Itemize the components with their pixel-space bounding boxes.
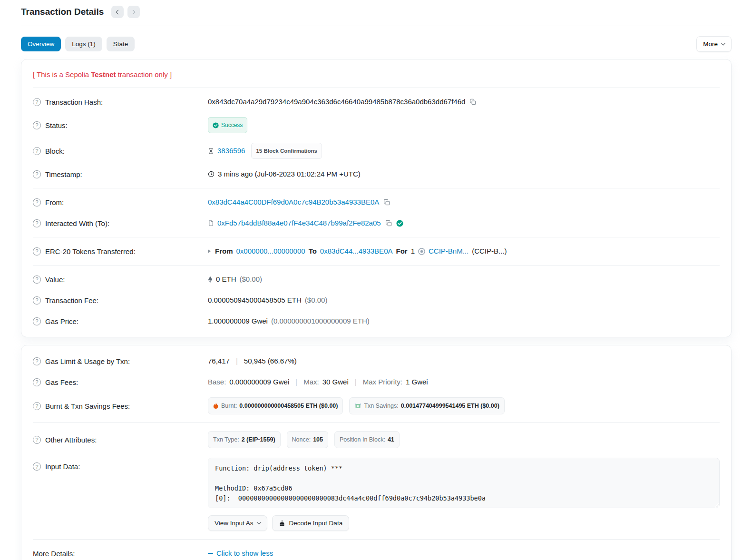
value-usd: ($0.00) [240, 274, 263, 285]
copy-icon[interactable] [382, 199, 391, 206]
burnt-chip-label: Burnt: [221, 400, 237, 412]
help-icon[interactable] [33, 275, 41, 284]
gas-price-value: 1.000000009 Gwei (0.000000001000000009 E… [208, 315, 720, 327]
more-details-value: Click to show less [208, 548, 720, 559]
check-circle-icon [213, 122, 219, 128]
decode-input-data-button[interactable]: Decode Input Data [272, 515, 350, 531]
group-erc20: ERC-20 Tokens Transferred: From 0x000000… [33, 237, 720, 265]
help-icon[interactable] [33, 98, 41, 106]
label-text: Transaction Fee: [45, 296, 98, 305]
help-icon[interactable] [33, 219, 41, 227]
more-dropdown-button[interactable]: More [696, 36, 732, 52]
label-text: Other Attributes: [45, 436, 97, 444]
from-label: From: [33, 198, 208, 206]
row-erc20-transfers: ERC-20 Tokens Transferred: From 0x000000… [33, 241, 720, 262]
notice-bold: Testnet [91, 70, 116, 79]
from-address-link[interactable]: 0x83dC44a4C00DFf69d0A0c7c94B20b53a4933BE… [208, 196, 379, 208]
help-icon[interactable] [33, 247, 41, 255]
transaction-hash-value: 0x843dc70a4a29d79234c49a904c363d6c46640a… [208, 96, 720, 108]
row-interacted-with: Interacted With (To): 0xFd57b4ddBf88a4e0… [33, 213, 720, 234]
block-number-link[interactable]: 3836596 [217, 145, 245, 157]
other-attributes-label: Other Attributes: [33, 436, 208, 444]
input-data-textarea[interactable]: Function: drip(address token) *** Method… [208, 458, 720, 508]
block-confirmations-badge: 15 Block Confirmations [251, 143, 322, 159]
caret-right-icon [208, 249, 211, 253]
group-gas: Gas Limit & Usage by Txn: 76,417 | 50,94… [33, 347, 720, 423]
help-icon[interactable] [33, 121, 41, 129]
row-transaction-hash: Transaction Hash: 0x843dc70a4a29d79234c4… [33, 91, 720, 112]
chevron-down-icon [721, 41, 726, 46]
show-less-link[interactable]: Click to show less [208, 548, 273, 559]
show-less-text: Click to show less [216, 548, 273, 559]
help-icon[interactable] [33, 436, 41, 444]
help-icon[interactable] [33, 462, 41, 471]
verified-check-icon [396, 220, 403, 227]
decode-icon [279, 520, 285, 527]
max-fee: 30 Gwei [322, 376, 349, 388]
help-icon[interactable] [33, 296, 41, 305]
label-text: Gas Price: [45, 317, 78, 325]
input-data-label: Input Data: [33, 458, 208, 471]
max-priority-fee: 1 Gwei [406, 376, 428, 388]
contract-address-link[interactable]: 0xFd57b4ddBf88a4e07fF4e34C487b99af2Fe82a… [217, 217, 381, 229]
help-icon[interactable] [33, 378, 41, 386]
gas-limit-label: Gas Limit & Usage by Txn: [33, 357, 208, 365]
transaction-fee-value: 0.000050945000458505 ETH ($0.00) [208, 295, 720, 306]
help-icon[interactable] [33, 357, 41, 365]
fire-icon [213, 403, 219, 409]
separator: | [293, 376, 300, 388]
transaction-details-page: Transaction Details Overview Logs (1) St… [0, 0, 742, 560]
label-text: More Details: [33, 550, 75, 558]
tab-logs[interactable]: Logs (1) [65, 37, 102, 51]
copy-icon[interactable] [469, 98, 477, 105]
base-fee-label: Base: [208, 376, 226, 388]
testnet-notice: [ This is a Sepolia Testnet transaction … [33, 61, 720, 88]
timestamp-value: 3 mins ago (Jul-06-2023 01:02:24 PM +UTC… [208, 168, 720, 180]
status-text: Success [221, 119, 243, 131]
group-addresses: From: 0x83dC44a4C00DFf69d0A0c7c94B20b53a… [33, 188, 720, 237]
token-name-link[interactable]: CCIP-BnM... [429, 246, 469, 257]
money-wings-icon [354, 403, 361, 409]
other-attributes-value: Txn Type: 2 (EIP-1559) Nonce: 105 Positi… [208, 431, 720, 448]
chevron-right-icon [131, 10, 136, 14]
tab-overview[interactable]: Overview [21, 37, 61, 51]
row-burnt-savings: Burnt & Txn Savings Fees: Burnt: 0.00000… [33, 393, 720, 419]
help-icon[interactable] [33, 147, 41, 155]
position-label: Position In Block: [340, 434, 385, 445]
view-input-as-label: View Input As [215, 520, 254, 527]
copy-icon[interactable] [384, 220, 393, 226]
status-value: Success [208, 117, 720, 133]
help-icon[interactable] [33, 198, 41, 206]
label-text: Transaction Hash: [45, 98, 103, 106]
value-amount: 0 ETH [216, 274, 236, 285]
interacted-with-label: Interacted With (To): [33, 219, 208, 227]
label-text: Gas Fees: [45, 378, 78, 386]
label-text: ERC-20 Tokens Transferred: [45, 247, 136, 255]
group-value-fee: Value: 0 ETH ($0.00) Transaction Fee: 0.… [33, 265, 720, 335]
help-icon[interactable] [33, 317, 41, 325]
page-header: Transaction Details [21, 4, 732, 26]
gas-price-amount: 1.000000009 Gwei [208, 315, 268, 327]
burnt-fee-chip: Burnt: 0.000000000000458505 ETH ($0.00) [208, 397, 343, 414]
view-input-as-button[interactable]: View Input As [208, 515, 267, 531]
next-transaction-button[interactable] [127, 6, 140, 18]
contract-file-icon [208, 220, 214, 226]
row-gas-price: Gas Price: 1.000000009 Gwei (0.000000001… [33, 311, 720, 332]
erc20-to-word: To [309, 246, 317, 257]
label-text: Value: [45, 275, 65, 284]
erc20-transfer-item: From 0x000000...00000000 To 0x83dC44...4… [208, 246, 720, 257]
transaction-hash: 0x843dc70a4a29d79234c49a904c363d6c46640a… [208, 96, 465, 108]
more-details-label: More Details: [33, 550, 208, 558]
previous-transaction-button[interactable] [111, 6, 124, 18]
value-label: Value: [33, 275, 208, 284]
txn-type-value: 2 (EIP-1559) [242, 434, 275, 445]
help-icon[interactable] [33, 402, 41, 410]
tab-state[interactable]: State [107, 37, 135, 51]
position-value: 41 [388, 434, 394, 445]
erc20-from-address-link[interactable]: 0x000000...00000000 [236, 246, 305, 257]
erc20-to-address-link[interactable]: 0x83dC44...4933BE0A [320, 246, 393, 257]
label-text: Burnt & Txn Savings Fees: [45, 402, 130, 410]
row-block: Block: 3836596 15 Block Confirmations [33, 138, 720, 164]
help-icon[interactable] [33, 170, 41, 178]
burnt-savings-label: Burnt & Txn Savings Fees: [33, 402, 208, 410]
